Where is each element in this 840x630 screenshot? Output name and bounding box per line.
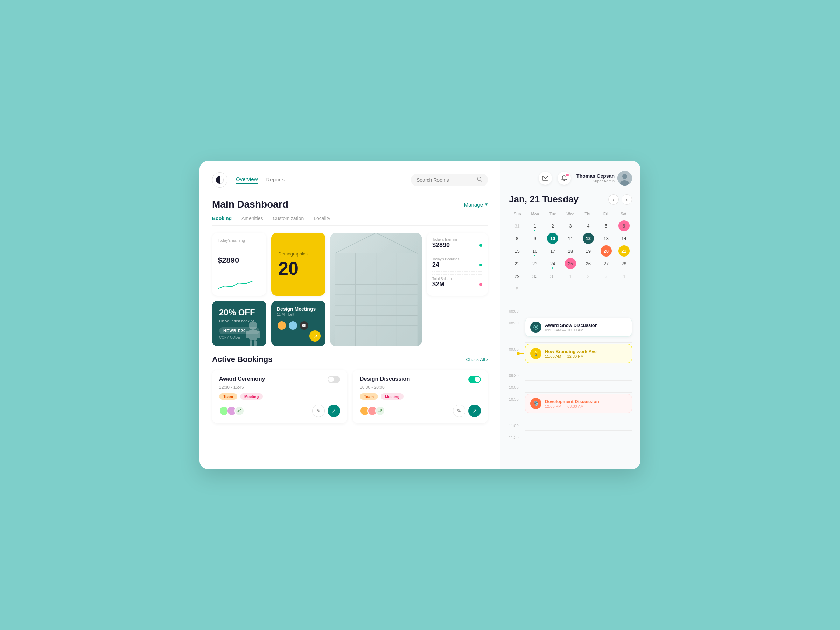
event-award-show[interactable]: Award Show Discussion 09:00 AM — 10:00 A…: [525, 318, 632, 337]
booking-toggle-1[interactable]: [328, 376, 340, 383]
check-all-btn[interactable]: Check All ›: [466, 357, 488, 362]
booking-actions-2: ✎ ↗: [453, 404, 481, 417]
time-label-0830: 08:30: [509, 316, 521, 325]
user-avatar[interactable]: [617, 171, 632, 185]
booking-cards: Award Ceremony 12:30 - 15:45 Team Meetin…: [212, 369, 488, 423]
manage-button[interactable]: Manage ▾: [464, 201, 488, 208]
booking-avatars-1: +9: [219, 406, 244, 416]
cal-day-18[interactable]: 18: [565, 245, 576, 257]
cal-day-17[interactable]: 17: [547, 245, 558, 257]
cal-day-12[interactable]: 12: [583, 233, 594, 244]
booking-avatar-count-2: +2: [375, 406, 385, 416]
cal-day-29[interactable]: 29: [512, 270, 523, 282]
booking-edit-btn-2[interactable]: ✎: [453, 404, 466, 417]
cal-day-31-prev[interactable]: 31: [512, 220, 523, 231]
meeting-time-badge: 11 Min Left: [277, 313, 320, 316]
award-show-title: Award Show Discussion: [545, 323, 598, 328]
cal-day-13[interactable]: 13: [601, 233, 612, 244]
cal-day-2[interactable]: 2: [547, 220, 558, 231]
calendar-grid: Sun Mon Tue Wed Thu Fri Sat 31 1 2 3 4 5…: [509, 210, 632, 294]
booking-tags-1: Team Meeting: [219, 393, 340, 400]
svg-point-17: [249, 321, 257, 330]
calendar-weekdays: Sun Mon Tue Wed Thu Fri Sat: [509, 210, 632, 217]
cal-day-23[interactable]: 23: [529, 258, 540, 269]
cal-day-22[interactable]: 22: [512, 258, 523, 269]
nav-overview[interactable]: Overview: [236, 176, 258, 184]
cal-day-3[interactable]: 3: [565, 220, 576, 231]
meeting-action-btn[interactable]: ↗: [309, 330, 321, 342]
tab-locality[interactable]: Locality: [314, 216, 330, 226]
event-branding[interactable]: 💡 New Branding work Ave 11:00 AM — 12:30…: [525, 344, 632, 363]
cal-day-26[interactable]: 26: [583, 258, 594, 269]
cal-day-4-next[interactable]: 4: [619, 270, 630, 282]
notification-btn[interactable]: [557, 172, 571, 185]
booking-card-1: Award Ceremony 12:30 - 15:45 Team Meetin…: [212, 369, 347, 423]
cal-day-4[interactable]: 4: [583, 220, 594, 231]
cal-day-1-next[interactable]: 1: [565, 270, 576, 282]
booking-name-1: Award Ceremony: [219, 376, 265, 382]
logo: [212, 172, 227, 188]
cal-day-15[interactable]: 15: [512, 245, 523, 257]
svg-rect-22: [254, 340, 257, 346]
svg-line-2: [480, 180, 482, 182]
bookings-dot: [480, 264, 482, 266]
timeline-area-0900: 💡 New Branding work Ave 11:00 AM — 12:30…: [525, 342, 632, 366]
nav-reports[interactable]: Reports: [266, 177, 285, 184]
cal-day-5-next[interactable]: 5: [512, 283, 523, 294]
svg-point-24: [564, 180, 565, 181]
weekday-sat: Sat: [615, 210, 632, 217]
development-info: Development Discussion 12:00 PM — 03:30 …: [545, 399, 599, 409]
cal-day-11[interactable]: 11: [565, 233, 576, 244]
cal-day-2-next[interactable]: 2: [583, 270, 594, 282]
calendar-header: Jan, 21 Tuesday ‹ ›: [509, 194, 632, 205]
cal-day-1[interactable]: 1: [529, 220, 540, 231]
earning-dot: [480, 244, 482, 247]
mail-btn[interactable]: [538, 172, 552, 185]
cal-day-5[interactable]: 5: [601, 220, 612, 231]
cal-day-27[interactable]: 27: [601, 258, 612, 269]
balance-dot: [480, 283, 482, 286]
cal-day-24[interactable]: 24: [547, 258, 558, 269]
cal-day-14[interactable]: 14: [619, 233, 630, 244]
cal-prev-btn[interactable]: ‹: [608, 194, 619, 205]
cal-day-6[interactable]: 6: [619, 220, 630, 231]
user-name: Thomas Gepsan: [576, 173, 614, 179]
weekday-tue: Tue: [544, 210, 561, 217]
award-show-info: Award Show Discussion 09:00 AM — 10:00 A…: [545, 323, 598, 332]
tab-customization[interactable]: Customization: [273, 216, 304, 226]
cal-day-3-next[interactable]: 3: [601, 270, 612, 282]
time-label-1130: 11:30: [509, 431, 521, 440]
meeting-avatar-count: 08: [299, 321, 309, 330]
booking-footer-1: +9 ✎ ↗: [219, 404, 340, 417]
tab-booking[interactable]: Booking: [212, 216, 232, 226]
booking-actions-1: ✎ ↗: [312, 404, 340, 417]
cal-day-28[interactable]: 28: [619, 258, 630, 269]
timeline-slot-1100: 11:00: [509, 418, 632, 428]
cal-day-21[interactable]: 21: [619, 245, 630, 257]
calendar-days: 31 1 2 3 4 5 6 8 9 10 11 12 13 14 15 16 …: [509, 220, 632, 294]
tab-amenities[interactable]: Amenities: [242, 216, 263, 226]
cal-day-20[interactable]: 20: [601, 245, 612, 257]
booking-go-btn-2[interactable]: ↗: [468, 404, 481, 417]
calendar-date: Jan, 21 Tuesday: [509, 194, 579, 205]
cal-day-30[interactable]: 30: [529, 270, 540, 282]
cal-day-19[interactable]: 19: [583, 245, 594, 257]
cal-day-10[interactable]: 10: [547, 233, 558, 244]
cal-next-btn[interactable]: ›: [622, 194, 632, 205]
event-development[interactable]: 🎙️ Development Discussion 12:00 PM — 03:…: [525, 394, 632, 413]
design-meeting-card: Design Meetings 11 Min Left 08 ↗: [271, 301, 325, 346]
search-input[interactable]: [417, 177, 474, 183]
booking-toggle-2[interactable]: [468, 376, 481, 383]
stat-earning: Today's Earning $2890: [432, 238, 482, 252]
booking-go-btn-1[interactable]: ↗: [328, 404, 340, 417]
cal-day-25[interactable]: 25: [565, 258, 576, 269]
cal-day-31[interactable]: 31: [547, 270, 558, 282]
booking-edit-btn-1[interactable]: ✎: [312, 404, 325, 417]
cal-day-16[interactable]: 16: [529, 245, 540, 257]
cal-day-8[interactable]: 8: [512, 233, 523, 244]
booking-name-2: Design Discussion: [360, 376, 410, 382]
cal-day-9[interactable]: 9: [529, 233, 540, 244]
meeting-avatar-2: [288, 321, 298, 330]
tabs: Booking Amenities Customization Locality: [212, 216, 488, 226]
tag-meeting-2: Meeting: [381, 393, 404, 400]
